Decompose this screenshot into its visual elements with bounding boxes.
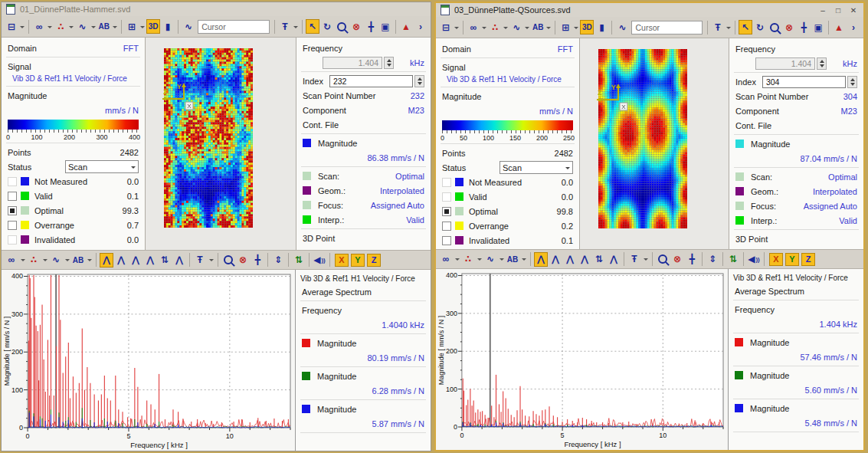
chevron-down-icon[interactable] bbox=[68, 19, 74, 34]
peaks-display-button[interactable]: ⋀ bbox=[549, 252, 562, 267]
minimize-button[interactable]: – bbox=[817, 6, 828, 15]
frequency-input[interactable]: 1.404 bbox=[755, 57, 815, 70]
ab-label-button[interactable]: AB bbox=[531, 20, 545, 34]
chevron-down-icon[interactable] bbox=[139, 19, 146, 34]
cursor-combobox[interactable]: Cursor bbox=[198, 20, 270, 34]
pin-button[interactable]: Ŧ bbox=[278, 19, 292, 34]
zoom-out-button[interactable]: ⊗ bbox=[236, 253, 250, 268]
cursor-combobox[interactable]: Cursor bbox=[631, 21, 703, 34]
chevron-down-icon[interactable] bbox=[293, 19, 299, 34]
pan-button[interactable]: ╋ bbox=[251, 253, 264, 268]
mode-shape-heatmap[interactable] bbox=[164, 48, 253, 228]
status-dropdown[interactable]: Scan bbox=[65, 160, 139, 173]
rms-display-button[interactable]: ⋀ bbox=[129, 253, 142, 268]
solid-view-button[interactable]: ▮ bbox=[161, 19, 175, 34]
harmonics-display-button[interactable]: ⇅ bbox=[592, 252, 606, 267]
zoom-button[interactable] bbox=[335, 19, 349, 34]
chevron-down-icon[interactable] bbox=[642, 252, 649, 267]
band-display-button[interactable]: ⋀ bbox=[578, 252, 591, 267]
magnitude-display-button[interactable]: ⋀ bbox=[534, 252, 548, 267]
chevron-down-icon[interactable] bbox=[90, 19, 97, 34]
signal-button[interactable]: ∿ bbox=[76, 19, 90, 34]
chevron-down-icon[interactable] bbox=[19, 19, 25, 34]
magnitude-display-button[interactable]: ⋀ bbox=[100, 253, 113, 268]
chevron-down-icon[interactable] bbox=[454, 252, 460, 267]
scan-points-button[interactable]: ∴ bbox=[54, 19, 67, 34]
scan-points-button[interactable]: ∴ bbox=[488, 20, 502, 34]
maximize-button[interactable]: □ bbox=[833, 6, 843, 15]
axis-x-button[interactable]: X bbox=[335, 254, 349, 267]
not-measured-checkbox[interactable] bbox=[442, 178, 451, 187]
invalidated-checkbox[interactable] bbox=[8, 235, 17, 245]
chevron-down-icon[interactable] bbox=[19, 253, 26, 268]
chevron-down-icon[interactable] bbox=[64, 253, 70, 268]
frequency-stepper[interactable] bbox=[817, 57, 827, 70]
optimal-checkbox[interactable] bbox=[442, 207, 451, 216]
speaker-button[interactable]: ◀ bbox=[747, 252, 761, 267]
pan-button[interactable]: ╋ bbox=[364, 19, 378, 34]
layout-button[interactable]: ⊟ bbox=[5, 19, 18, 34]
axis-x-button[interactable]: X bbox=[769, 253, 783, 266]
rotate-button[interactable]: ↻ bbox=[753, 20, 767, 34]
index-stepper[interactable] bbox=[847, 76, 857, 88]
waveform-button[interactable]: ∿ bbox=[182, 19, 195, 34]
peaks-display-button[interactable]: ⋀ bbox=[114, 253, 128, 268]
valid-checkbox[interactable] bbox=[8, 192, 17, 201]
pin-button[interactable]: Ŧ bbox=[627, 252, 641, 267]
valid-checkbox[interactable] bbox=[442, 192, 451, 202]
heatmap-view[interactable]: Y Z X bbox=[580, 38, 729, 249]
frequency-input[interactable]: 1.404 bbox=[323, 57, 382, 69]
axis-z-button[interactable]: Z bbox=[801, 253, 815, 266]
waveform-button[interactable]: ∿ bbox=[615, 20, 629, 34]
index-input[interactable]: 232 bbox=[329, 75, 413, 87]
layout-button[interactable]: ⊟ bbox=[439, 20, 453, 34]
one-to-one-button[interactable]: ⇕ bbox=[706, 252, 719, 267]
link-button[interactable]: ∞ bbox=[439, 252, 453, 267]
spectrum-plot[interactable]: 01002003004000510Magnitude [ mm/s / N ]F… bbox=[436, 269, 728, 450]
camera-button[interactable]: ▣ bbox=[378, 19, 392, 34]
spectrum-plot-area[interactable]: 01002003004000510Magnitude [ mm/s / N ]F… bbox=[2, 270, 296, 451]
chevron-button[interactable]: › bbox=[847, 20, 860, 34]
chevron-down-icon[interactable] bbox=[454, 20, 460, 34]
chevron-down-icon[interactable] bbox=[545, 20, 552, 34]
chevron-button[interactable]: › bbox=[414, 19, 427, 34]
speaker-button[interactable]: ◀ bbox=[313, 253, 326, 268]
select-arrow-button[interactable]: ↖ bbox=[306, 19, 319, 34]
pin-button[interactable]: Ŧ bbox=[711, 20, 725, 34]
ab-label-button[interactable]: AB bbox=[506, 252, 519, 267]
signal-button[interactable]: ∿ bbox=[509, 20, 523, 34]
zoom-button[interactable] bbox=[221, 253, 235, 268]
rms-display-button[interactable]: ⋀ bbox=[563, 252, 577, 267]
titlebar[interactable]: 03_DünnePlatte-QSources.svd – □ ✕ bbox=[436, 3, 863, 17]
heatmap-view[interactable]: Y Z X bbox=[146, 38, 296, 250]
index-stepper[interactable] bbox=[414, 75, 424, 87]
optimal-checkbox[interactable] bbox=[8, 206, 17, 215]
mode-shape-heatmap[interactable] bbox=[598, 49, 687, 228]
zoom-button[interactable] bbox=[768, 20, 781, 34]
link-button[interactable]: ∞ bbox=[5, 253, 18, 268]
camera-button[interactable]: ▣ bbox=[811, 20, 825, 34]
octave-display-button[interactable]: ⋀ bbox=[607, 252, 621, 267]
chevron-down-icon[interactable] bbox=[481, 20, 487, 34]
scan-points-button[interactable]: ∴ bbox=[461, 252, 475, 267]
index-input[interactable]: 304 bbox=[762, 76, 846, 88]
pin-button[interactable]: Ŧ bbox=[193, 253, 207, 268]
axis-y-button[interactable]: Y bbox=[785, 253, 799, 266]
chevron-down-icon[interactable] bbox=[498, 252, 505, 267]
zoom-out-button[interactable]: ⊗ bbox=[349, 19, 363, 34]
chevron-down-icon[interactable] bbox=[112, 19, 118, 34]
octave-display-button[interactable]: ⋀ bbox=[172, 253, 186, 268]
chevron-down-icon[interactable] bbox=[503, 20, 509, 34]
chevron-down-icon[interactable] bbox=[573, 20, 579, 34]
axis-z-button[interactable]: Z bbox=[367, 254, 381, 267]
chevron-down-icon[interactable] bbox=[476, 252, 483, 267]
titlebar[interactable]: 01_DünnePlatte-Hammer.svd bbox=[2, 2, 431, 16]
overrange-checkbox[interactable] bbox=[8, 221, 17, 230]
link-button[interactable]: ∞ bbox=[32, 19, 46, 34]
link-button[interactable]: ∞ bbox=[467, 20, 480, 34]
scan-points-button[interactable]: ∴ bbox=[27, 253, 41, 268]
view-3d-button[interactable]: 3D bbox=[580, 20, 594, 34]
pan-button[interactable]: ╋ bbox=[797, 20, 811, 34]
zoom-button[interactable] bbox=[656, 252, 670, 267]
view-3d-button[interactable]: 3D bbox=[146, 19, 160, 34]
